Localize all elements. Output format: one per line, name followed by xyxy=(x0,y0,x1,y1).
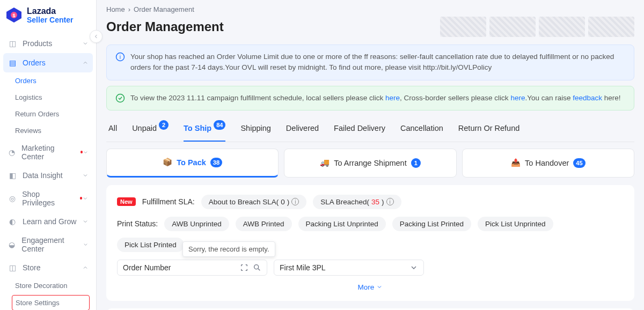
sidebar-sub-logistics[interactable]: Logistics xyxy=(0,89,96,106)
tab-return-refund[interactable]: Return Or Refund xyxy=(458,116,519,142)
label: Store xyxy=(23,263,40,272)
chevron-down-icon xyxy=(82,218,89,225)
header-blurred-area xyxy=(440,17,634,37)
info-icon: i xyxy=(386,198,394,205)
ship-subtabs: 📦 To Pack 38 🚚 To Arrange Shipment 1 📤 T… xyxy=(106,149,634,178)
chat-icon: ◒ xyxy=(8,240,16,249)
book-icon: ◐ xyxy=(8,217,17,226)
sidebar-sub-return-orders[interactable]: Return Orders xyxy=(0,106,96,122)
logo[interactable]: $ Lazada Seller Center xyxy=(0,0,96,31)
logo-text-1: Lazada xyxy=(27,6,73,16)
pill-packing-unprinted[interactable]: Packing List Unprinted xyxy=(298,217,386,231)
badge: 38 xyxy=(210,158,222,167)
nav: ◫Products ▤Orders Orders Logistics Retur… xyxy=(0,31,96,310)
chevron-down-icon xyxy=(83,149,89,156)
label: Shop Privileges xyxy=(22,190,72,207)
sidebar-collapse-button[interactable] xyxy=(90,30,103,43)
badge: 2 xyxy=(159,120,169,130)
print-status-label: Print Status: xyxy=(117,219,158,228)
sidebar-item-learn-grow[interactable]: ◐Learn and Grow xyxy=(0,212,96,231)
sidebar-sub-store-settings[interactable]: Store Settings xyxy=(12,295,90,310)
tab-shipping[interactable]: Shipping xyxy=(240,116,270,142)
logo-text-2: Seller Center xyxy=(27,16,73,24)
link-feedback[interactable]: feedback xyxy=(573,94,602,102)
badge: 84 xyxy=(214,120,225,130)
sidebar-item-engagement[interactable]: ◒Engagement Center xyxy=(0,231,96,258)
pill-pick-unprinted[interactable]: Pick List Unprinted xyxy=(478,217,553,231)
subtab-arrange-shipment[interactable]: 🚚 To Arrange Shipment 1 xyxy=(284,149,456,178)
sidebar-sub-store-decoration[interactable]: Store Decoration xyxy=(0,277,96,294)
page-title: Order Management xyxy=(106,19,224,34)
link-here-2[interactable]: here xyxy=(510,94,525,102)
blurred-item xyxy=(440,17,486,37)
sidebar: $ Lazada Seller Center ◫Products ▤Orders… xyxy=(0,0,97,310)
main-content: Home › Order Management Order Management… xyxy=(97,0,644,310)
more-filters-toggle[interactable]: More xyxy=(117,283,624,291)
sidebar-sub-orders[interactable]: Orders xyxy=(0,72,96,89)
label: Engagement Center xyxy=(21,236,83,253)
tab-cancellation[interactable]: Cancellation xyxy=(400,116,443,142)
pill-packing-printed[interactable]: Packing List Printed xyxy=(392,217,471,231)
sidebar-item-store[interactable]: ◫Store xyxy=(0,258,96,277)
pill-about-to-breach[interactable]: About to Breach SLA(0) i xyxy=(201,195,307,209)
subtab-to-pack[interactable]: 📦 To Pack 38 xyxy=(106,149,279,178)
tab-failed-delivery[interactable]: Failed Delivery xyxy=(334,116,385,142)
label: Orders xyxy=(23,58,46,67)
pill-awb-printed[interactable]: AWB Printed xyxy=(236,217,292,231)
chevron-down-icon xyxy=(409,263,418,272)
package-icon: 📦 xyxy=(163,158,172,167)
sidebar-item-marketing[interactable]: ◔Marketing Center xyxy=(0,139,96,166)
chevron-down-icon xyxy=(82,172,89,179)
order-tabs: All Unpaid2 To Ship84 Shipping Delivered… xyxy=(106,116,634,142)
subtab-to-handover[interactable]: 📤 To Handover 45 xyxy=(462,149,634,178)
chevron-left-icon xyxy=(93,33,99,40)
chevron-right-icon: › xyxy=(128,5,130,13)
link-here-1[interactable]: here xyxy=(385,94,400,102)
blurred-item xyxy=(489,17,536,37)
pill-sla-breached[interactable]: SLA Breached(35) i xyxy=(313,195,401,209)
input-label: Order Number xyxy=(123,263,171,272)
sidebar-item-products[interactable]: ◫Products xyxy=(0,34,96,53)
alert-text: To view the 2023 11.11 campaign fulfillm… xyxy=(130,93,621,104)
tab-unpaid[interactable]: Unpaid2 xyxy=(132,116,169,142)
receipt-icon: ▤ xyxy=(8,58,17,68)
search-icon[interactable] xyxy=(253,263,261,272)
select-value: First Mile 3PL xyxy=(280,263,326,272)
alert-text: Your shop has reached an Order Volume Li… xyxy=(130,51,625,73)
box-icon: ◫ xyxy=(8,39,17,48)
badge: 1 xyxy=(411,158,421,168)
chevron-down-icon xyxy=(82,195,89,202)
scan-icon[interactable] xyxy=(240,263,248,272)
label: Products xyxy=(23,39,52,48)
badge-icon: ◎ xyxy=(8,194,17,203)
label: Marketing Center xyxy=(21,144,73,161)
tab-to-ship[interactable]: To Ship84 xyxy=(184,116,225,142)
order-number-input[interactable]: Order Number xyxy=(117,260,267,276)
chevron-down-icon xyxy=(83,241,89,248)
sidebar-item-orders[interactable]: ▤Orders xyxy=(3,53,93,72)
label: Data Insight xyxy=(23,171,63,180)
chart-icon: ◧ xyxy=(8,171,17,180)
tab-all[interactable]: All xyxy=(108,116,117,142)
tab-delivered[interactable]: Delivered xyxy=(286,116,319,142)
svg-point-4 xyxy=(116,94,125,102)
sidebar-sub-reviews[interactable]: Reviews xyxy=(0,122,96,139)
truck-icon: 🚚 xyxy=(320,158,330,168)
badge: 45 xyxy=(573,158,585,168)
alert-campaign: To view the 2023 11.11 campaign fulfillm… xyxy=(106,86,634,110)
breadcrumb-page: Order Management xyxy=(134,5,194,13)
info-icon: i xyxy=(115,52,125,62)
empty-record-tooltip: Sorry, the record is empty. xyxy=(182,241,275,257)
pill-pick-printed[interactable]: Pick List Printed xyxy=(117,238,184,252)
pill-awb-unprinted[interactable]: AWB Unprinted xyxy=(164,217,229,231)
info-icon: i xyxy=(291,198,299,205)
handover-icon: 📤 xyxy=(511,158,521,168)
first-mile-select[interactable]: First Mile 3PL xyxy=(274,260,424,276)
label: Learn and Grow xyxy=(23,217,76,226)
svg-text:$: $ xyxy=(12,13,15,18)
chevron-down-icon xyxy=(376,284,383,290)
sidebar-item-data-insight[interactable]: ◧Data Insight xyxy=(0,166,96,185)
breadcrumb: Home › Order Management xyxy=(106,5,634,13)
breadcrumb-home[interactable]: Home xyxy=(106,5,125,13)
sidebar-item-shop-privileges[interactable]: ◎Shop Privileges xyxy=(0,185,96,212)
